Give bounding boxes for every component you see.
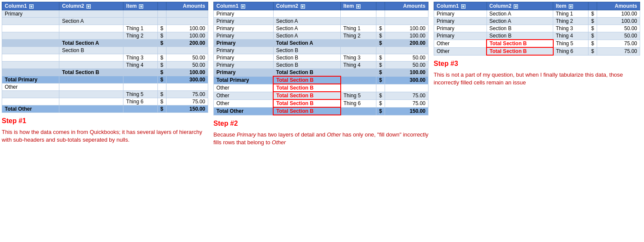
cell dollar-cell: $ xyxy=(157,91,166,98)
cell: Thing 5 xyxy=(123,91,158,98)
cell amount-cell: 50.00 xyxy=(597,32,640,40)
cell xyxy=(59,32,123,40)
item-header-2[interactable]: Item ▼ xyxy=(341,2,376,10)
item-header-3[interactable]: Item ▼ xyxy=(553,2,589,10)
cell dollar-cell: $ xyxy=(157,62,166,69)
dollar-header-2 xyxy=(376,2,385,10)
cell xyxy=(385,10,428,18)
cell amount-cell: 100.00 xyxy=(166,25,208,32)
filter-icon-1[interactable]: ▼ xyxy=(29,4,34,9)
cell: Total Section B xyxy=(59,69,123,76)
cell: Thing 5 xyxy=(341,92,376,99)
cell dollar-cell: $ xyxy=(157,98,166,105)
table-row: Primary Section A xyxy=(214,18,428,25)
filter-icon-9[interactable]: ▼ xyxy=(569,4,573,9)
cell amount-cell: 50.00 xyxy=(385,54,428,62)
cell: Primary xyxy=(214,54,274,62)
cell amount-cell: 75.00 xyxy=(385,92,428,99)
cell amount-cell: 75.00 xyxy=(385,99,428,107)
cell: Primary xyxy=(434,18,487,25)
cell: Other xyxy=(434,47,487,55)
cell-red-border: Total Section B xyxy=(487,47,553,55)
table-3: Column1 ▼ Column2 ▼ Item ▼ Amounts Prima… xyxy=(434,2,640,56)
filter-icon-6[interactable]: ▼ xyxy=(356,4,361,9)
cell xyxy=(376,10,385,18)
filter-icon-4[interactable]: ▼ xyxy=(241,4,245,9)
cell amount-cell: 300.00 xyxy=(385,76,428,84)
cell amount-cell: 50.00 xyxy=(166,62,208,69)
cell xyxy=(59,105,123,113)
cell dollar-cell: $ xyxy=(376,62,385,69)
cell xyxy=(59,76,123,84)
table-row: Thing 4 $ 50.00 xyxy=(2,62,208,69)
cell dollar-cell: $ xyxy=(376,32,385,40)
item-header-1[interactable]: Item ▼ xyxy=(123,2,158,10)
cell xyxy=(2,40,59,47)
step-3-body: This is not a part of my question, but w… xyxy=(434,71,640,87)
cell xyxy=(166,84,208,91)
col2-header-1[interactable]: Column2 ▼ xyxy=(59,2,123,10)
filter-icon-3[interactable]: ▼ xyxy=(139,4,143,9)
cell: Primary xyxy=(214,25,274,32)
cell xyxy=(123,84,158,91)
cell: Total Section A xyxy=(59,40,123,47)
cell: Primary xyxy=(434,25,487,32)
filter-icon-2[interactable]: ▼ xyxy=(86,4,91,9)
col1-header-2[interactable]: Column1 ▼ xyxy=(214,2,274,10)
cell: Section A xyxy=(273,18,340,25)
table-row: Primary Section A Thing 2 $ 100.00 xyxy=(214,32,428,40)
filter-icon-7[interactable]: ▼ xyxy=(461,4,465,9)
cell xyxy=(123,76,158,84)
cell: Other xyxy=(214,84,274,92)
cell xyxy=(385,84,428,92)
col2-header-3[interactable]: Column2 ▼ xyxy=(487,2,553,10)
cell xyxy=(123,69,158,76)
cell dollar-cell: $ xyxy=(157,105,166,113)
cell: Total Section B xyxy=(273,69,340,77)
table-row: Thing 3 $ 50.00 xyxy=(2,54,208,62)
cell dollar-cell: $ xyxy=(376,25,385,32)
dollar-header-1 xyxy=(157,2,166,10)
cell xyxy=(166,10,208,18)
cell dollar-cell: $ xyxy=(376,107,385,115)
cell amount-cell: 100.00 xyxy=(385,25,428,32)
cell amount-cell: 50.00 xyxy=(385,62,428,69)
cell-red-border: Total Section B xyxy=(273,92,340,99)
cell: Section B xyxy=(487,25,553,32)
cell xyxy=(2,91,59,98)
cell xyxy=(59,54,123,62)
filter-icon-8[interactable]: ▼ xyxy=(514,4,518,9)
cell dollar-cell: $ xyxy=(157,54,166,62)
cell: Section B xyxy=(487,32,553,40)
col1-header-1[interactable]: Column1 ▼ xyxy=(2,2,59,10)
cell: Section B xyxy=(273,54,340,62)
table-row: Other Total Section B xyxy=(214,84,428,92)
table-row: Section A xyxy=(2,18,208,25)
cell xyxy=(2,32,59,40)
cell-red-border: Total Section B xyxy=(273,76,340,84)
cell xyxy=(123,40,158,47)
cell xyxy=(59,62,123,69)
cell: Thing 1 xyxy=(123,25,158,32)
cell: Section A xyxy=(273,32,340,40)
cell: Other xyxy=(2,84,59,91)
filter-icon-5[interactable]: ▼ xyxy=(301,4,305,9)
cell amount-cell: 100.00 xyxy=(166,69,208,76)
cell xyxy=(123,47,158,54)
cell xyxy=(385,47,428,54)
cell: Total Section A xyxy=(273,40,340,47)
cell dollar-cell: $ xyxy=(376,40,385,47)
col2-header-2[interactable]: Column2 ▼ xyxy=(273,2,340,10)
panel-3: Column1 ▼ Column2 ▼ Item ▼ Amounts Prima… xyxy=(434,2,640,87)
col1-header-3[interactable]: Column1 ▼ xyxy=(434,2,487,10)
cell xyxy=(157,10,166,18)
cell: Section B xyxy=(273,47,340,54)
cell: Primary xyxy=(214,62,274,69)
cell xyxy=(341,10,376,18)
cell: Thing 3 xyxy=(341,54,376,62)
table-row: Total Primary Total Section B $ 300.00 xyxy=(214,76,428,84)
cell xyxy=(2,47,59,54)
cell: Section B xyxy=(59,47,123,54)
cell: Primary xyxy=(2,10,59,18)
cell: Primary xyxy=(214,18,274,25)
